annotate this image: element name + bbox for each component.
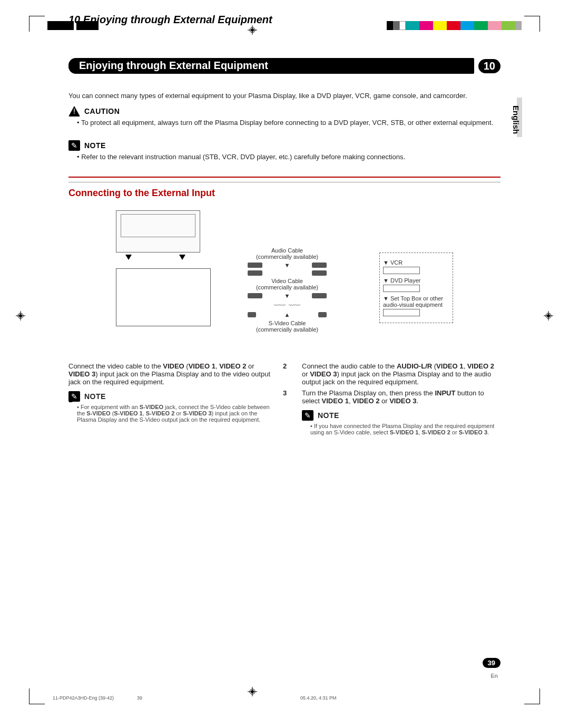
left-column: Connect the video cable to the VIDEO (VI… bbox=[68, 362, 277, 435]
s2num: 2 bbox=[283, 362, 287, 370]
s1d: VIDEO 1 bbox=[189, 362, 215, 370]
step-3: 3 Turn the Plasma Display on, then press… bbox=[292, 389, 501, 405]
footer-page: 39 bbox=[137, 695, 142, 701]
s2e: , bbox=[463, 362, 467, 370]
s1a: Connect the video cable to the bbox=[68, 362, 163, 370]
note-label-2: NOTE bbox=[84, 392, 106, 401]
s1b: VIDEO bbox=[163, 362, 184, 370]
stb-label: Set Top Box or other audio-visual equipm… bbox=[383, 295, 443, 308]
crop-mark-tr bbox=[524, 16, 540, 32]
connection-diagram: Audio Cable (commercially available) ▼ V… bbox=[90, 205, 479, 358]
audio-cable-label: Audio Cable bbox=[248, 247, 327, 254]
right-column: 2 Connect the audio cable to the AUDIO-L… bbox=[292, 362, 501, 435]
rnb: S-VIDEO 1 bbox=[390, 429, 418, 435]
register-mark-top bbox=[248, 25, 257, 35]
s3a: Turn the Plasma Display on, then press t… bbox=[302, 389, 435, 397]
section-rule-red bbox=[68, 177, 501, 178]
s3f: VIDEO 2 bbox=[352, 397, 379, 405]
step-1: Connect the video cable to the VIDEO (VI… bbox=[68, 362, 277, 386]
rnd: S-VIDEO 2 bbox=[421, 429, 450, 435]
note-icon: ✎ bbox=[68, 140, 80, 151]
rne: or bbox=[450, 429, 459, 435]
lni: or bbox=[174, 410, 183, 416]
s2h: VIDEO 3 bbox=[310, 370, 337, 378]
cable-labels: Audio Cable (commercially available) ▼ V… bbox=[248, 247, 327, 333]
svideo-avail: (commercially available) bbox=[248, 326, 327, 333]
section-title: Connecting to the External Input bbox=[68, 188, 501, 199]
lang-tab: English bbox=[512, 105, 521, 134]
crop-mark-bl bbox=[29, 688, 45, 704]
s1c: ( bbox=[184, 362, 189, 370]
s3i: . bbox=[417, 397, 419, 405]
s1h: VIDEO 3 bbox=[68, 370, 95, 378]
lnf: S-VIDEO 1 bbox=[114, 410, 142, 416]
arrow-down-2 bbox=[179, 255, 185, 260]
caution-label: CAUTION bbox=[84, 107, 120, 115]
s3num: 3 bbox=[283, 389, 287, 397]
s3h: VIDEO 3 bbox=[389, 397, 416, 405]
left-note: For equipment with an S-VIDEO jack, conn… bbox=[77, 404, 277, 423]
s3d: VIDEO 1 bbox=[322, 397, 349, 405]
lnd: S-VIDEO bbox=[86, 410, 110, 416]
note-label: NOTE bbox=[84, 141, 106, 150]
s3g: or bbox=[379, 397, 389, 405]
page-number: 39 bbox=[483, 658, 501, 668]
arrow-down-1 bbox=[125, 255, 132, 260]
s2b: AUDIO-L/R bbox=[397, 362, 432, 370]
note-icon-3: ✎ bbox=[302, 410, 313, 421]
rng: . bbox=[487, 429, 489, 435]
chapter-bar: Enjoying through External Equipment 10 bbox=[68, 58, 501, 74]
audio-avail: (commercially available) bbox=[248, 254, 327, 260]
caution-icon: ! bbox=[68, 106, 80, 117]
jack-panel bbox=[116, 268, 211, 326]
step-2: 2 Connect the audio cable to the AUDIO-L… bbox=[292, 362, 501, 386]
section-rule-gray bbox=[68, 182, 501, 182]
crop-mark-br bbox=[524, 688, 540, 704]
register-mark-right bbox=[544, 311, 553, 321]
svideo-cable-label: S-Video Cable bbox=[248, 320, 327, 326]
step-1-marker: 1 bbox=[68, 395, 73, 404]
s1f: VIDEO 2 bbox=[219, 362, 246, 370]
print-colorbar bbox=[387, 21, 522, 30]
plasma-display-rear bbox=[116, 210, 200, 253]
s1g: or bbox=[246, 362, 254, 370]
footer-filename: 11-PDP42A3HD-Eng (39-42) bbox=[53, 695, 114, 701]
video-avail: (commercially available) bbox=[248, 284, 327, 290]
video-cable-label: Video Cable bbox=[248, 278, 327, 284]
s2g: or bbox=[302, 370, 310, 378]
device-list: ▼ VCR ▼ DVD Player ▼ Set Top Box or othe… bbox=[379, 253, 453, 323]
page-lang: En bbox=[491, 673, 498, 679]
lnj: S-VIDEO 3 bbox=[183, 410, 211, 416]
chapter-title: Enjoying through External Equipment bbox=[76, 58, 474, 74]
s3b: INPUT bbox=[435, 389, 455, 397]
lnb: S-VIDEO bbox=[140, 404, 163, 410]
lna: For equipment with an bbox=[81, 404, 140, 410]
right-note: If you have connected the Plasma Display… bbox=[310, 423, 501, 435]
register-mark-bottom bbox=[248, 687, 257, 696]
rnf: S-VIDEO 3 bbox=[459, 429, 487, 435]
lnh: S-VIDEO 2 bbox=[146, 410, 174, 416]
note-label-3: NOTE bbox=[318, 411, 339, 420]
s2c: ( bbox=[432, 362, 436, 370]
note-text-span: Refer to the relevant instruction manual… bbox=[81, 153, 405, 161]
chapter-number: 10 bbox=[478, 59, 501, 73]
footer-timestamp: 05.4.20, 4:31 PM bbox=[300, 695, 337, 701]
s2a: Connect the audio cable to the bbox=[302, 362, 397, 370]
vcr-label: VCR bbox=[390, 259, 403, 266]
caution-text: To protect all equipment, always turn of… bbox=[77, 119, 501, 127]
caution-text-span: To protect all equipment, always turn of… bbox=[81, 119, 493, 127]
running-head: 10 Enjoying through External Equipment bbox=[68, 14, 272, 26]
chapter-tab bbox=[68, 58, 76, 74]
intro-text: You can connect many types of external e… bbox=[68, 92, 501, 100]
s2f: VIDEO 2 bbox=[467, 362, 494, 370]
dvd-label: DVD Player bbox=[390, 277, 420, 284]
s1i: ) input jack on the Plasma Display and t… bbox=[68, 370, 270, 386]
note-text: Refer to the relevant instruction manual… bbox=[77, 153, 501, 161]
register-mark-left bbox=[16, 311, 25, 321]
s2d: VIDEO 1 bbox=[436, 362, 463, 370]
crop-mark-tl bbox=[29, 16, 45, 32]
